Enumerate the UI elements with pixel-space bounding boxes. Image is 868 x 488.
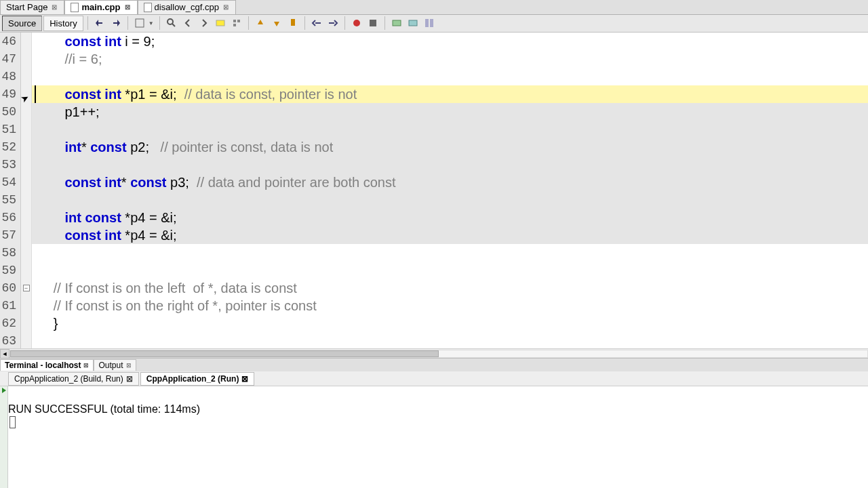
code-line[interactable] [32, 121, 868, 138]
subtab-run[interactable]: CppApplication_2 (Run) ⊠ [140, 372, 255, 386]
history-mode-button[interactable]: History [43, 16, 83, 31]
code-editor[interactable]: 464748495051525354555657585960616263 − c… [0, 33, 868, 348]
separator [248, 16, 249, 30]
line-number[interactable]: 63 [0, 332, 20, 348]
tab-label: Start Page [6, 2, 47, 12]
tool-icon[interactable] [229, 16, 244, 30]
find-prev-icon[interactable] [180, 16, 195, 30]
find-selection-icon[interactable] [164, 16, 179, 30]
chevron-down-icon[interactable]: ▼ [147, 20, 155, 26]
next-bookmark-icon[interactable] [269, 16, 284, 30]
code-line[interactable] [32, 68, 868, 85]
horizontal-scrollbar[interactable]: ◄ [0, 348, 868, 358]
tab-main-cpp[interactable]: main.cpp ⊠ [64, 0, 137, 14]
line-number[interactable]: 46 [0, 33, 20, 50]
code-line[interactable] [32, 262, 868, 279]
tool-icon[interactable] [406, 16, 420, 30]
close-icon[interactable]: ⊠ [241, 374, 248, 384]
shift-left-icon[interactable] [309, 16, 324, 30]
prev-bookmark-icon[interactable] [253, 16, 268, 30]
highlight-icon[interactable] [213, 16, 228, 30]
line-number[interactable]: 54 [0, 174, 20, 191]
back-icon[interactable] [92, 16, 107, 30]
scroll-track[interactable] [9, 350, 868, 358]
line-number[interactable]: 62 [0, 314, 20, 332]
code-line[interactable]: const int* const p3; // data and pointer… [32, 174, 868, 191]
line-number[interactable]: 56 [0, 209, 20, 226]
code-line[interactable]: // If const is on the right of *, pointe… [32, 297, 868, 314]
line-number[interactable]: 59 [0, 262, 20, 279]
fold-cell [21, 262, 31, 279]
subtab-build-run[interactable]: CppApplication_2 (Build, Run) ⊠ [8, 372, 139, 386]
code-line[interactable]: //i = 6; [32, 50, 868, 68]
close-icon[interactable]: ⊠ [50, 3, 58, 11]
close-icon[interactable]: ⊠ [126, 362, 132, 369]
code-line[interactable] [32, 191, 868, 209]
document-icon [71, 3, 79, 12]
line-number[interactable]: 57 [0, 226, 20, 244]
close-icon[interactable]: ⊠ [83, 362, 89, 369]
code-line[interactable]: const int *p1 = &i; // data is const, po… [32, 85, 868, 103]
line-number[interactable]: 50 [0, 103, 20, 121]
scroll-left-icon[interactable]: ◄ [0, 349, 9, 359]
line-number[interactable]: 49 [0, 85, 20, 103]
fold-cell [21, 33, 31, 50]
fold-cell [21, 174, 31, 191]
toggle-bookmark-icon[interactable] [285, 16, 300, 30]
code-line[interactable]: const int i = 9; [32, 33, 868, 50]
fold-toggle-icon[interactable]: − [23, 285, 30, 291]
line-number[interactable]: 58 [0, 244, 20, 262]
shift-right-icon[interactable] [326, 16, 340, 30]
tab-start-page[interactable]: Start Page ⊠ [0, 0, 64, 14]
source-mode-button[interactable]: Source [2, 16, 42, 31]
code-line[interactable]: const int *p4 = &i; [32, 226, 868, 244]
line-number[interactable]: 52 [0, 138, 20, 156]
code-line[interactable]: // If const is on the left of *, data is… [32, 279, 868, 297]
line-number[interactable]: 55 [0, 191, 20, 209]
close-icon[interactable]: ⊠ [126, 374, 133, 384]
fold-cell [21, 297, 31, 314]
fold-cell [21, 191, 31, 209]
tab-label: CppApplication_2 (Build, Run) [14, 374, 123, 384]
record-macro-icon[interactable] [349, 16, 364, 30]
code-line[interactable]: } [32, 314, 868, 332]
fold-cell [21, 209, 31, 226]
code-area[interactable]: const int i = 9; //i = 6; const int *p1 … [32, 33, 868, 348]
line-number[interactable]: 47 [0, 50, 20, 68]
output-panel: RUN SUCCESSFUL (total time: 114ms) [0, 386, 868, 488]
stop-macro-icon[interactable] [366, 16, 380, 30]
line-number[interactable]: 53 [0, 156, 20, 174]
code-line[interactable] [32, 244, 868, 262]
tool-icon[interactable] [422, 16, 437, 30]
tab-label: CppApplication_2 (Run) [146, 374, 239, 384]
fold-cell [21, 314, 31, 332]
rerun-icon[interactable] [2, 388, 6, 393]
tool-icon[interactable] [389, 16, 404, 30]
close-icon[interactable]: ⊠ [123, 3, 132, 11]
code-line[interactable] [32, 156, 868, 174]
code-line[interactable] [32, 332, 868, 348]
line-number[interactable]: 48 [0, 68, 20, 85]
code-line[interactable]: int const *p4 = &i; [32, 209, 868, 226]
fold-cell [21, 68, 31, 85]
tab-disallow-cgf[interactable]: disallow_cgf.cpp ⊠ [138, 0, 236, 14]
fold-cell [21, 138, 31, 156]
code-line[interactable]: int* const p2; // pointer is const, data… [32, 138, 868, 156]
line-number[interactable]: 61 [0, 297, 20, 314]
separator [384, 16, 385, 30]
line-number[interactable]: 60 [0, 279, 20, 297]
output-text[interactable]: RUN SUCCESSFUL (total time: 114ms) [8, 386, 868, 488]
tab-label: main.cpp [81, 2, 120, 12]
tool-icon[interactable] [132, 16, 147, 30]
forward-icon[interactable] [108, 16, 123, 30]
svg-rect-3 [216, 20, 224, 26]
scroll-thumb[interactable] [10, 350, 439, 357]
line-number[interactable]: 51 [0, 121, 20, 138]
tab-terminal[interactable]: Terminal - localhost ⊠ [0, 359, 94, 371]
find-next-icon[interactable] [197, 16, 212, 30]
svg-rect-8 [393, 20, 401, 26]
close-icon[interactable]: ⊠ [222, 3, 230, 11]
tab-label: Terminal - localhost [5, 361, 81, 370]
code-line[interactable]: p1++; [32, 103, 868, 121]
tab-output[interactable]: Output ⊠ [94, 359, 136, 371]
